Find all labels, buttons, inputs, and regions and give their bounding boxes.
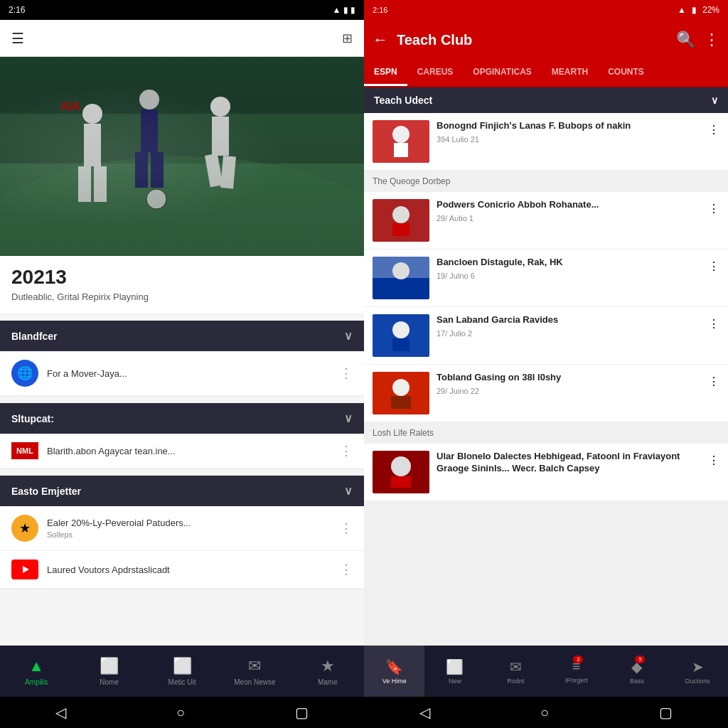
section-item-easto-2[interactable]: Laured Voutors Apdrstaslicadt ⋮	[0, 551, 364, 589]
menu-icon[interactable]: ☰	[11, 30, 24, 47]
profile-icon[interactable]: ⊞	[342, 31, 353, 46]
page-title: Teach Club	[397, 32, 668, 48]
item-more-sltupcat[interactable]: ⋮	[340, 443, 353, 459]
news-more-5[interactable]: ⋮	[708, 372, 719, 388]
right-nav-bass[interactable]: ◆ 5 Bass	[606, 658, 667, 685]
news-date-3: 19/ Julno 6	[437, 272, 701, 280]
news-item-1[interactable]: Bonognd Finjich's Lanas F. Bubops of nak…	[364, 113, 728, 171]
tab-mearth[interactable]: MEARTH	[542, 60, 598, 86]
back-button[interactable]: ←	[373, 31, 388, 49]
left-nav-ampilis[interactable]: ▲ Ampilis	[0, 657, 73, 686]
left-nav-meon-label: Meon Newse	[234, 678, 275, 686]
left-nav-nome-label: Nome	[100, 678, 119, 686]
tab-opginaticas[interactable]: OPGINATICAS	[463, 60, 541, 86]
svg-point-1	[0, 156, 364, 256]
right-recents-android[interactable]: ▢	[659, 704, 673, 721]
news-more-6[interactable]: ⋮	[708, 451, 719, 467]
back-android[interactable]: ◁	[55, 704, 66, 721]
thumb-4	[373, 314, 429, 357]
recents-android[interactable]: ▢	[295, 704, 309, 721]
right-nav-vehime-label: Ve Hime	[382, 678, 407, 685]
section-header-easto[interactable]: Easto Emjetter ∨	[0, 476, 364, 506]
left-nav-metic[interactable]: ⬜ Metic Uit	[146, 657, 218, 686]
section-item-easto-1[interactable]: ★ Ealer 20%-Ly-Peveroial Patuders... Sol…	[0, 506, 364, 551]
section-header-blandfcer[interactable]: Blandfcer ∨	[0, 321, 364, 351]
section-item-sltupcat[interactable]: NML Blarith.abon Agaycar tean.ine... ⋮	[0, 434, 364, 469]
right-nav-rodnt[interactable]: ✉ Rodnt	[486, 658, 546, 685]
right-time: 2:16	[373, 6, 387, 14]
score-section: 20213 Dutleablic, Grital Repirix Playnin…	[0, 256, 364, 314]
svg-point-31	[392, 321, 410, 338]
tab-espn[interactable]: ESPN	[364, 60, 407, 86]
left-nav-ampilis-label: Ampilis	[25, 678, 48, 686]
left-battery-icons: ▲ ▮ ▮	[332, 5, 355, 15]
ampilis-icon: ▲	[28, 657, 44, 675]
item-more-easto-2[interactable]: ⋮	[340, 562, 353, 577]
globe-icon: 🌐	[11, 360, 38, 387]
right-status-bar: 2:16 ▲ ▮ 22%	[364, 0, 728, 20]
svg-rect-6	[78, 166, 91, 202]
subsection-loshlife: Losh Life Ralets	[364, 422, 728, 444]
svg-point-4	[82, 104, 102, 124]
content-area: Teach Udect ∨ Bonognd Finjich's Lanas F.…	[364, 87, 728, 646]
news-content-2: Podwers Conicrio Abboh Rohanate... 29/ A…	[437, 199, 701, 223]
right-nav-iporgest[interactable]: ≡ 2 IPorgert	[546, 658, 606, 684]
left-scroll-area: 20213 Dutleablic, Grital Repirix Playnin…	[0, 256, 364, 646]
new-icon: ⬜	[446, 658, 464, 675]
news-item-4[interactable]: San Laband Garcia Ravides 17/ Julio 2 ⋮	[364, 307, 728, 365]
left-nav-mame[interactable]: ★ Mame	[291, 657, 364, 686]
news-item-3[interactable]: Bancloen Distagule, Rak, HK 19/ Julno 6 …	[364, 250, 728, 307]
nome-icon: ⬜	[100, 657, 119, 675]
right-nav-new[interactable]: ⬜ New	[424, 658, 485, 685]
bass-badge: 5	[635, 655, 645, 663]
right-nav-ductions[interactable]: ➤ Ductions	[668, 658, 728, 685]
chevron-sltupcat: ∨	[344, 412, 353, 425]
news-date-2: 29/ Autio 1	[437, 214, 701, 223]
svg-rect-15	[220, 156, 236, 188]
svg-rect-7	[94, 166, 107, 202]
news-more-4[interactable]: ⋮	[708, 314, 719, 331]
item-text-blandfcer: For a Mover-Jaya...	[47, 368, 340, 379]
chevron-easto: ∨	[344, 484, 353, 498]
more-button[interactable]: ⋮	[704, 31, 719, 49]
search-button[interactable]: 🔍	[676, 31, 695, 49]
news-item-6[interactable]: Ular Blonelo Dalectes Hebhigead, Fatoonl…	[364, 444, 728, 501]
svg-point-17	[146, 189, 166, 209]
svg-rect-2	[0, 57, 364, 114]
svg-point-25	[392, 206, 410, 223]
tab-careus[interactable]: CAREUS	[407, 60, 464, 86]
right-back-android[interactable]: ◁	[419, 704, 430, 721]
battery-icon: ▮	[692, 5, 697, 15]
news-more-1[interactable]: ⋮	[708, 120, 719, 136]
tab-counts[interactable]: COUNTS	[598, 60, 654, 86]
content-section-header[interactable]: Teach Udect ∨	[364, 87, 728, 113]
news-item-2[interactable]: Podwers Conicrio Abboh Rohanate... 29/ A…	[364, 192, 728, 250]
mame-icon: ★	[321, 657, 335, 675]
news-more-3[interactable]: ⋮	[708, 257, 719, 273]
thumb-6	[373, 451, 429, 493]
svg-point-34	[392, 379, 410, 396]
right-nav-vehime[interactable]: 🔖 Ve Hime	[364, 646, 424, 697]
right-home-android[interactable]: ○	[540, 705, 549, 721]
thumb-3	[373, 257, 429, 299]
section-easto: Easto Emjetter ∨ ★ Ealer 20%-Ly-Peveroia…	[0, 475, 364, 589]
home-android[interactable]: ○	[176, 705, 185, 721]
section-item[interactable]: 🌐 For a Mover-Jaya... ⋮	[0, 351, 364, 396]
vehime-icon: 🔖	[385, 658, 403, 675]
metic-icon: ⬜	[173, 657, 192, 675]
item-more-easto-1[interactable]: ⋮	[340, 520, 353, 536]
right-panel: 2:16 ▲ ▮ 22% ← Teach Club 🔍 ⋮ ESPN CAREU…	[364, 0, 728, 728]
left-nav-meon[interactable]: ✉ Meon Newse	[218, 657, 291, 686]
news-title-5: Tobland Gasing on 38l l0shy	[437, 372, 701, 384]
ductions-icon: ➤	[692, 658, 704, 675]
news-title-6: Ular Blonelo Dalectes Hebhigead, Fatoonl…	[437, 451, 701, 475]
section-title-sltupcat: Sltupcat:	[11, 413, 54, 424]
item-more-icon[interactable]: ⋮	[340, 365, 353, 381]
news-more-2[interactable]: ⋮	[708, 199, 719, 215]
svg-point-8	[139, 90, 159, 109]
right-android-nav: ◁ ○ ▢	[364, 697, 728, 728]
section-header-sltupcat[interactable]: Sltupcat: ∨	[0, 403, 364, 434]
news-item-5[interactable]: Tobland Gasing on 38l l0shy 29/ Juino 22…	[364, 365, 728, 422]
section-header-title: Teach Udect	[374, 95, 432, 106]
left-nav-nome[interactable]: ⬜ Nome	[73, 657, 145, 686]
